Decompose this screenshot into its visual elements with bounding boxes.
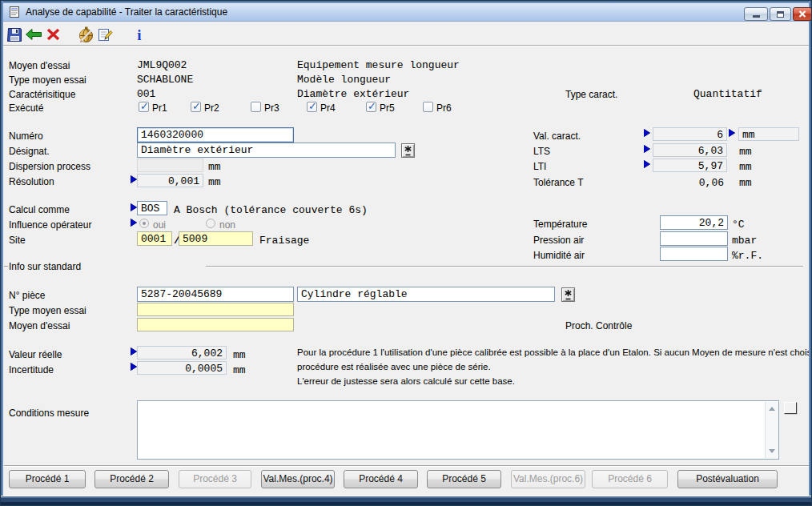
window-title: Analyse de capabilité - Traiter la carac… [26,6,227,18]
checkbox-pr1[interactable] [139,102,149,112]
piece-desc-input[interactable]: Cylindre réglable [297,287,555,302]
site-sub-input[interactable]: 5009 [179,231,253,246]
window-frame-left [1,1,3,505]
save-icon [7,27,22,42]
conditions-scrollbar[interactable] [765,402,778,458]
label-lti: LTI [533,161,546,172]
delete-x-icon [46,28,60,41]
checkbox-pr4[interactable] [307,102,317,112]
std-type-moyen-input[interactable] [137,303,294,316]
lti-field: 5,97 [653,159,727,172]
procedure-note-line3: L'erreur de justesse sera alors calculé … [297,374,515,388]
label-std-moyen: Moyen d'essai [9,320,70,331]
scroll-up-icon[interactable] [769,407,775,411]
label-pr6: Pr6 [436,102,452,114]
transfer-arrow-icon [729,129,735,137]
back-button[interactable] [25,26,42,43]
checkbox-pr2[interactable] [191,102,201,112]
label-piece: N° pièce [9,290,46,301]
close-icon [798,10,806,18]
resolution-field: 0,001 [137,174,203,187]
minimize-button[interactable] [744,7,768,21]
std-moyen-input[interactable] [137,318,294,331]
maximize-button[interactable] [770,7,791,21]
value-type-caract: Quantitatif [693,88,762,100]
app-icon [8,6,21,18]
label-valeur-reelle: Valeur réelle [9,349,62,360]
maximize-icon [777,11,784,18]
unit-resolution: mm [208,176,221,188]
label-pr1: Pr1 [152,102,167,114]
unit-tolerance: mm [739,177,752,189]
dispersion-input [137,159,203,172]
edit-button[interactable] [96,26,114,43]
label-std-type-moyen: Type moyen essai [9,305,86,316]
label-moyen-essai: Moyen d'essai [9,60,70,71]
transfer-arrow-icon [131,203,137,211]
procede-6-button: Procédé 6 [592,470,668,488]
transfer-arrow-icon [644,145,650,153]
info-button[interactable]: i [131,26,148,43]
procede-2-button[interactable]: Procédé 2 [94,470,169,488]
window-frame-right [809,1,811,505]
unit-lti: mm [739,161,752,173]
pression-air-input[interactable] [660,231,728,246]
transfer-arrow-icon [644,160,650,168]
label-lts: LTS [533,146,550,157]
label-type-moyen-essai: Type moyen essai [9,74,86,86]
postevaluation-button[interactable]: Postévaluation [677,470,778,488]
label-calcul-comme: Calcul comme [9,204,70,215]
label-execute: Exécuté [9,102,43,114]
label-val-caract: Val. caract. [533,131,581,142]
unit-dispersion: mm [208,161,221,173]
valmes-proc4-button[interactable]: Val.Mes.(proc.4) [261,470,335,488]
save-button[interactable] [6,26,23,43]
asterisk-icon [564,289,573,300]
numero-input[interactable]: 1460320000 [137,127,294,143]
unit-pression-air: mbar [732,235,757,247]
procede-4-button[interactable]: Procédé 4 [344,470,418,488]
transfer-arrow-icon [131,219,137,227]
piece-matchcode-button[interactable] [561,287,575,302]
procede-5-button[interactable]: Procédé 5 [427,470,501,488]
radio-non [206,219,215,228]
label-numero: Numéro [9,131,43,142]
designation-input[interactable]: Diamètre extérieur [137,143,396,158]
label-type-caract: Type caract. [565,89,617,100]
piece-input[interactable]: 5287-20045689 [137,287,294,302]
close-button[interactable] [793,7,812,21]
temperature-input[interactable]: 20,2 [660,215,728,230]
scroll-down-icon[interactable] [769,449,775,453]
conditions-mesure-textarea[interactable] [137,400,779,460]
delete-button[interactable] [44,26,62,43]
procedure-note-line2: procédure est réalisée avec une pièce de… [297,359,491,374]
label-non: non [219,219,235,231]
transfer-arrow-icon [131,175,137,183]
val-caract-field: 6 [653,127,727,141]
designation-matchcode-button[interactable] [401,143,415,158]
label-tolerance: Tolérance T [533,177,583,188]
procedure-note-line1: Pour la procédure 1 l'utilisation d'une … [297,345,812,359]
checkbox-pr3[interactable] [251,102,261,112]
calcul-comme-input[interactable]: BOS [137,201,167,215]
label-pr4: Pr4 [320,102,336,114]
checkbox-pr5[interactable] [366,102,376,112]
valeur-reelle-field: 6,002 [137,346,227,359]
asterisk-icon [404,145,412,156]
label-conditions-mesure: Conditions mesure [9,408,89,419]
group-dash [4,266,8,267]
checkbox-pr6[interactable] [423,102,433,112]
label-influence-operateur: Influence opérateur [9,219,91,231]
conditions-expand-button[interactable] [784,402,797,414]
humidite-air-input[interactable] [660,247,728,261]
procede-1-button[interactable]: Procédé 1 [9,470,86,488]
site-code-input[interactable]: 0001 [137,231,172,246]
label-pr5: Pr5 [380,102,395,114]
label-designation: Désignat. [9,146,50,157]
value-moyen-essai: JML9Q002 [137,59,187,71]
capability-button[interactable] [77,26,94,43]
label-resolution: Résolution [9,176,54,187]
radio-oui [139,219,149,228]
titlebar: Analyse de capabilité - Traiter la carac… [3,3,809,22]
label-pr3: Pr3 [264,102,279,114]
